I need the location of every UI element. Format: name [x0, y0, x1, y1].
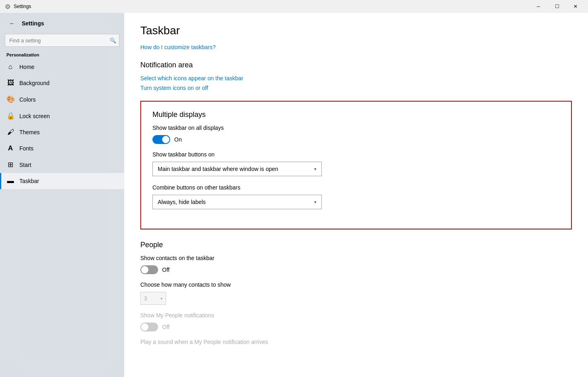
sidebar-item-fonts-label: Fonts	[19, 145, 33, 152]
show-taskbar-label: Show taskbar on all displays	[152, 125, 560, 131]
sound-label: Play a sound when a My People notificati…	[140, 339, 572, 345]
sidebar: ← Settings 🔍 Personalization ⌂ Home 🖼 Ba…	[0, 13, 124, 377]
titlebar-title: Settings	[14, 4, 31, 9]
notifications-toggle	[140, 323, 158, 331]
titlebar: ⚙ Settings ─ ☐ ✕	[0, 0, 588, 13]
search-icon: 🔍	[110, 37, 116, 44]
multiple-displays-section: Multiple displays Show taskbar on all di…	[140, 101, 572, 229]
titlebar-controls: ─ ☐ ✕	[529, 0, 585, 13]
toggle-thumb-on	[162, 136, 169, 143]
taskbar-icon: ▬	[6, 177, 15, 185]
sidebar-item-themes[interactable]: 🖌 Themes	[0, 124, 124, 140]
page-title: Taskbar	[140, 24, 572, 37]
back-button[interactable]: ←	[6, 18, 18, 29]
system-icons-link[interactable]: Turn system icons on or off	[140, 85, 572, 91]
colors-icon: 🎨	[6, 95, 15, 104]
background-icon: 🖼	[6, 79, 15, 87]
sidebar-item-fonts[interactable]: A Fonts	[0, 140, 124, 156]
stepper-value: 3	[144, 295, 147, 302]
sidebar-item-colors-label: Colors	[19, 96, 35, 103]
show-buttons-dropdown-value: Main taskbar and taskbar where window is…	[158, 166, 278, 172]
titlebar-left: ⚙ Settings	[5, 3, 31, 10]
notifications-toggle-row: Off	[140, 323, 572, 331]
category-label: Personalization	[0, 50, 124, 59]
sidebar-item-home-label: Home	[19, 64, 34, 70]
show-buttons-label: Show taskbar buttons on	[152, 151, 560, 158]
home-icon: ⌂	[6, 63, 15, 71]
show-taskbar-toggle[interactable]	[152, 135, 170, 144]
search-box[interactable]: 🔍	[5, 34, 119, 47]
maximize-button[interactable]: ☐	[548, 0, 566, 13]
dropdown1-arrow-icon: ▾	[314, 167, 317, 172]
sidebar-item-colors[interactable]: 🎨 Colors	[0, 91, 124, 108]
close-button[interactable]: ✕	[566, 0, 585, 13]
show-buttons-dropdown-wrap: Main taskbar and taskbar where window is…	[152, 162, 560, 176]
sidebar-item-themes-label: Themes	[19, 129, 40, 135]
stepper-arrow-icon: ▾	[161, 296, 163, 301]
show-taskbar-toggle-row: On	[152, 135, 560, 144]
combine-buttons-label: Combine buttons on other taskbars	[152, 184, 560, 191]
contacts-count-stepper[interactable]: 3 ▾	[140, 292, 166, 305]
sidebar-item-home[interactable]: ⌂ Home	[0, 59, 124, 75]
multiple-displays-title: Multiple displays	[152, 110, 560, 119]
app-container: ← Settings 🔍 Personalization ⌂ Home 🖼 Ba…	[0, 13, 588, 377]
lock-icon: 🔒	[6, 112, 15, 120]
sidebar-item-lock-screen[interactable]: 🔒 Lock screen	[0, 108, 124, 124]
fonts-icon: A	[6, 144, 15, 152]
contacts-toggle-label: Off	[162, 267, 169, 273]
notifications-toggle-thumb	[141, 323, 148, 331]
contacts-label: Show contacts on the taskbar	[140, 255, 572, 261]
sidebar-item-background-label: Background	[19, 80, 50, 86]
notifications-label: Show My People notifications	[140, 312, 572, 319]
contacts-toggle[interactable]	[140, 265, 158, 274]
start-icon: ⊞	[6, 160, 15, 169]
sidebar-item-taskbar[interactable]: ▬ Taskbar	[0, 173, 124, 189]
show-taskbar-toggle-label: On	[174, 136, 182, 143]
notifications-toggle-label: Off	[162, 324, 169, 330]
people-title: People	[140, 241, 572, 249]
select-icons-link[interactable]: Select which icons appear on the taskbar	[140, 75, 572, 81]
show-buttons-dropdown[interactable]: Main taskbar and taskbar where window is…	[152, 162, 322, 176]
combine-buttons-dropdown[interactable]: Always, hide labels ▾	[152, 195, 322, 209]
combine-buttons-dropdown-value: Always, hide labels	[158, 199, 206, 205]
settings-app-icon: ⚙	[5, 3, 10, 10]
contacts-toggle-row: Off	[140, 265, 572, 274]
notification-area-title: Notification area	[140, 61, 572, 69]
how-many-label: Choose how many contacts to show	[140, 281, 572, 288]
sidebar-settings-title: Settings	[22, 20, 44, 27]
sidebar-item-start-label: Start	[19, 162, 31, 168]
contacts-toggle-thumb	[141, 266, 148, 273]
combine-buttons-dropdown-wrap: Always, hide labels ▾	[152, 195, 560, 209]
sidebar-item-lock-label: Lock screen	[19, 113, 50, 119]
search-input[interactable]	[5, 34, 119, 47]
sidebar-item-taskbar-label: Taskbar	[19, 178, 39, 184]
themes-icon: 🖌	[6, 128, 15, 136]
sidebar-header: ← Settings	[0, 13, 124, 32]
customize-link[interactable]: How do I customize taskbars?	[140, 44, 216, 50]
sidebar-item-background[interactable]: 🖼 Background	[0, 75, 124, 91]
dropdown2-arrow-icon: ▾	[314, 200, 317, 205]
main-content: Taskbar How do I customize taskbars? Not…	[124, 13, 588, 377]
sidebar-item-start[interactable]: ⊞ Start	[0, 156, 124, 173]
minimize-button[interactable]: ─	[529, 0, 548, 13]
